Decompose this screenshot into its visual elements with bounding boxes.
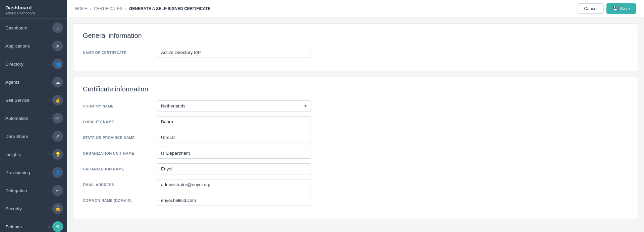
sidebar-item-dashboard[interactable]: Dashboard ⌂: [0, 19, 67, 37]
settings-icon: ⚙: [52, 221, 63, 232]
topbar-actions: Cancel 💾 Save: [578, 3, 636, 14]
state-province-input[interactable]: [157, 132, 311, 143]
name-of-certificate-label: NAME OF CERTIFICATE: [83, 51, 157, 55]
name-of-certificate-row: NAME OF CERTIFICATE: [83, 47, 628, 58]
sidebar-title: Dashboard: [5, 5, 63, 10]
sidebar-label-self-service: Self Service: [5, 98, 49, 103]
save-button[interactable]: 💾 Save: [606, 3, 636, 14]
general-info-section: General information NAME OF CERTIFICATE: [73, 23, 638, 71]
save-icon: 💾: [612, 6, 618, 11]
sidebar-item-insights[interactable]: Insights ‹ 💡: [0, 145, 67, 163]
self-service-icon: ☝: [52, 95, 63, 105]
sidebar-subtitle: Admin Dashboard: [5, 11, 63, 15]
sidebar-item-delegation[interactable]: Delegation ‹ ↩: [0, 181, 67, 200]
sidebar-label-settings: Settings: [5, 224, 48, 229]
sidebar-item-self-service[interactable]: Self Service ‹ ☝: [0, 91, 67, 109]
org-name-input[interactable]: [157, 163, 311, 174]
breadcrumb-home[interactable]: HOME: [75, 6, 87, 11]
sidebar-label-dashboard: Dashboard: [5, 25, 52, 30]
breadcrumb-current: GENERATE A SELF-SIGNED CERTIFICATE: [129, 6, 211, 11]
general-info-title: General information: [83, 32, 628, 40]
sidebar: Dashboard Admin Dashboard Dashboard ⌂ Ap…: [0, 0, 67, 232]
sidebar-item-directory[interactable]: Directory ‹ 👥: [0, 55, 67, 73]
main-content: HOME › CERTIFICATES › GENERATE A SELF-SI…: [67, 0, 644, 232]
breadcrumb-certificates[interactable]: CERTIFICATES: [94, 6, 123, 11]
sidebar-label-data-share: Data Share: [5, 134, 52, 139]
country-name-row: COUNTRY NAME Netherlands Germany United …: [83, 100, 628, 111]
country-name-label: COUNTRY NAME: [83, 104, 157, 108]
sidebar-label-agents: Agents: [5, 80, 52, 85]
self-service-chevron-icon: ‹: [49, 98, 50, 102]
insights-icon: 💡: [52, 149, 63, 160]
automation-chevron-icon: ‹: [49, 117, 50, 120]
automation-icon: </>: [52, 113, 63, 124]
locality-name-input[interactable]: [157, 116, 311, 127]
sidebar-item-automation[interactable]: Automation ‹ </>: [0, 109, 67, 127]
sidebar-label-delegation: Delegation: [5, 188, 49, 193]
org-unit-input[interactable]: [157, 148, 311, 159]
sidebar-header: Dashboard Admin Dashboard: [0, 0, 67, 19]
org-name-label: ORGANIZATION NAME: [83, 167, 157, 171]
sidebar-item-agents[interactable]: Agents ☁: [0, 73, 67, 91]
email-input[interactable]: [157, 179, 311, 190]
settings-chevron-icon: ∨: [48, 225, 50, 229]
provisioning-chevron-icon: ‹: [49, 171, 50, 174]
sidebar-item-settings[interactable]: Settings ∨ ⚙: [0, 218, 67, 232]
agents-icon: ☁: [52, 77, 63, 87]
org-name-row: ORGANIZATION NAME: [83, 163, 628, 174]
name-of-certificate-input[interactable]: [157, 47, 311, 58]
state-province-label: STATE OR PROVINCE NAME: [83, 136, 157, 140]
common-name-label: COMMON NAME (DOMAIN): [83, 199, 157, 203]
applications-icon: ➤: [52, 41, 63, 51]
breadcrumb-sep-1: ›: [90, 7, 91, 11]
delegation-icon: ↩: [52, 185, 63, 196]
insights-chevron-icon: ‹: [49, 153, 50, 156]
email-row: EMAIL ADDRESS: [83, 179, 628, 190]
locality-name-label: LOCALITY NAME: [83, 120, 157, 124]
save-label: Save: [620, 6, 630, 11]
common-name-input[interactable]: [157, 195, 311, 206]
state-province-row: STATE OR PROVINCE NAME: [83, 132, 628, 143]
topbar: HOME › CERTIFICATES › GENERATE A SELF-SI…: [67, 0, 644, 17]
org-unit-label: ORGANIZATION UNIT NAME: [83, 151, 157, 155]
sidebar-label-directory: Directory: [5, 62, 49, 67]
security-chevron-icon: ‹: [49, 207, 50, 211]
sidebar-item-provisioning[interactable]: Provisioning ‹ 👤: [0, 163, 67, 181]
sidebar-label-provisioning: Provisioning: [5, 170, 49, 175]
applications-chevron-icon: ‹: [49, 44, 50, 48]
breadcrumb-sep-2: ›: [125, 7, 126, 11]
dashboard-icon: ⌂: [52, 22, 63, 33]
directory-icon: 👥: [52, 59, 63, 69]
breadcrumb: HOME › CERTIFICATES › GENERATE A SELF-SI…: [75, 6, 211, 11]
content-area: General information NAME OF CERTIFICATE …: [67, 17, 644, 232]
common-name-row: COMMON NAME (DOMAIN): [83, 195, 628, 206]
certificate-info-section: Certificate information COUNTRY NAME Net…: [73, 77, 638, 219]
country-select-wrap: Netherlands Germany United States United…: [157, 100, 311, 111]
provisioning-icon: 👤: [52, 167, 63, 178]
directory-chevron-icon: ‹: [49, 62, 50, 66]
security-icon: 🔒: [52, 203, 63, 214]
data-share-icon: ↗: [52, 131, 63, 142]
sidebar-item-applications[interactable]: Applications ‹ ➤: [0, 37, 67, 55]
country-name-select[interactable]: Netherlands Germany United States United…: [157, 100, 311, 111]
sidebar-item-data-share[interactable]: Data Share ↗: [0, 127, 67, 145]
org-unit-row: ORGANIZATION UNIT NAME: [83, 148, 628, 159]
sidebar-label-security: Security: [5, 206, 49, 211]
sidebar-label-insights: Insights: [5, 152, 49, 157]
delegation-chevron-icon: ‹: [49, 189, 50, 192]
email-label: EMAIL ADDRESS: [83, 183, 157, 187]
sidebar-label-applications: Applications: [5, 44, 49, 49]
sidebar-label-automation: Automation: [5, 116, 49, 121]
locality-name-row: LOCALITY NAME: [83, 116, 628, 127]
certificate-info-title: Certificate information: [83, 85, 628, 93]
cancel-button[interactable]: Cancel: [578, 3, 604, 14]
sidebar-item-security[interactable]: Security ‹ 🔒: [0, 200, 67, 218]
